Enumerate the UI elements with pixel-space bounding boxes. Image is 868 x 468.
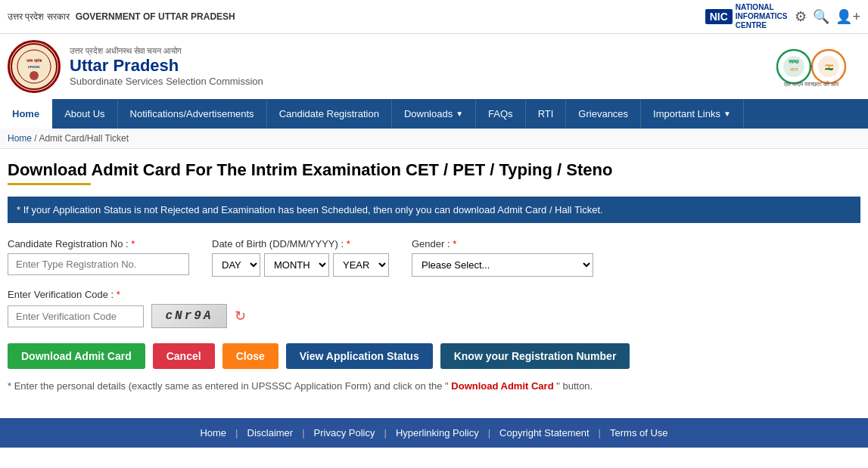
top-icons: ⚙ 🔍 👤+ [795, 8, 860, 25]
dob-day-select[interactable]: DAY [212, 253, 260, 277]
nav-about[interactable]: About Us [52, 99, 117, 129]
nav-home[interactable]: Home [0, 99, 52, 129]
top-bar: उत्तर प्रदेश सरकार GOVERNMENT OF UTTAR P… [0, 0, 868, 34]
dob-year-select[interactable]: YEAR [333, 253, 389, 277]
footer-privacy[interactable]: Privacy Policy [305, 427, 384, 439]
title-underline [8, 183, 91, 185]
nic-logo: NIC NATIONAL INFORMATICS CENTRE [705, 3, 788, 30]
org-logo: उत्तर प्रदेश UPSSSC [8, 40, 61, 93]
breadcrumb-home[interactable]: Home [8, 133, 32, 144]
header-left: उत्तर प्रदेश UPSSSC उत्तर प्रदेश अधीनस्थ… [8, 40, 263, 93]
org-name: Uttar Pradesh [70, 56, 263, 76]
registration-input[interactable] [8, 253, 189, 275]
nav-faqs[interactable]: FAQs [476, 99, 526, 129]
captcha-row: cNr9A ↻ [8, 304, 860, 328]
nav-candidate-registration[interactable]: Candidate Registration [267, 99, 392, 129]
note-button-name: Download Admit Card [451, 380, 553, 392]
breadcrumb: Home / Admit Card/Hall Ticket [0, 129, 868, 149]
top-bar-right: NIC NATIONAL INFORMATICS CENTRE ⚙ 🔍 👤+ [705, 3, 860, 30]
verification-req-star: * [117, 289, 120, 300]
verification-group: Enter Verification Code : * cNr9A ↻ [8, 289, 860, 328]
org-hindi-name: उत्तर प्रदेश अधीनस्थ सेवा चयन आयोग [70, 46, 263, 56]
registration-group: Candidate Registration No : * [8, 238, 189, 275]
nav-downloads[interactable]: Downloads ▼ [392, 99, 476, 129]
svg-text:स्वच्छ: स्वच्छ [788, 59, 799, 64]
download-admit-card-button[interactable]: Download Admit Card [8, 343, 145, 369]
dob-month-select[interactable]: MONTH [264, 253, 329, 277]
svg-text:🇮🇳: 🇮🇳 [825, 63, 834, 72]
nic-abbreviation: NIC [705, 9, 733, 24]
nic-full-name: NATIONAL INFORMATICS CENTRE [736, 3, 788, 30]
captcha-image: cNr9A [151, 304, 227, 328]
nav-important-links[interactable]: Important Links ▼ [641, 99, 744, 129]
header-right: स्वच्छ भारत 🇮🇳 एक कदम स्वच्छता की ओर [762, 42, 860, 91]
add-user-icon[interactable]: 👤+ [835, 8, 860, 25]
close-button[interactable]: Close [222, 343, 278, 369]
button-row: Download Admit Card Cancel Close View Ap… [8, 343, 860, 369]
breadcrumb-current: Admit Card/Hall Ticket [39, 133, 129, 144]
req-star: * [131, 238, 135, 249]
svg-text:उत्तर प्रदेश: उत्तर प्रदेश [26, 58, 42, 64]
top-bar-left: उत्तर प्रदेश सरकार GOVERNMENT OF UTTAR P… [8, 11, 235, 22]
nav-rti[interactable]: RTI [526, 99, 567, 129]
header-text: उत्तर प्रदेश अधीनस्थ सेवा चयन आयोग Uttar… [70, 46, 263, 87]
footer-terms[interactable]: Terms of Use [601, 427, 677, 439]
footer-copyright[interactable]: Copyright Statement [490, 427, 599, 439]
gender-group: Gender : * Please Select... Male Female … [412, 238, 593, 277]
swachh-bharat-logo: स्वच्छ भारत 🇮🇳 एक कदम स्वच्छता की ओर [762, 42, 860, 91]
cancel-button[interactable]: Cancel [153, 343, 215, 369]
nav-grievances[interactable]: Grievances [566, 99, 641, 129]
info-banner: * If your Application Status is not Reje… [8, 197, 860, 223]
reg-label: Candidate Registration No : * [8, 238, 189, 249]
dob-req-star: * [347, 238, 350, 249]
form-row-1: Candidate Registration No : * Date of Bi… [8, 238, 860, 277]
info-note: * Enter the personal details (exactly sa… [8, 380, 860, 392]
footer-hyperlinking[interactable]: Hyperlinking Policy [387, 427, 488, 439]
footer-links: Home | Disclaimer | Privacy Policy | Hyp… [9, 427, 859, 439]
svg-text:UPSSSC: UPSSSC [28, 65, 41, 69]
view-status-button[interactable]: View Application Status [286, 343, 433, 369]
important-links-caret: ▼ [723, 110, 731, 118]
header: उत्तर प्रदेश UPSSSC उत्तर प्रदेश अधीनस्थ… [0, 34, 868, 99]
gender-label: Gender : * [412, 238, 593, 249]
svg-point-4 [30, 71, 39, 80]
hindi-gov-text: उत्तर प्रदेश सरकार [8, 11, 70, 22]
nav-notifications[interactable]: Notifications/Advertisements [118, 99, 267, 129]
footer-home[interactable]: Home [191, 427, 235, 439]
svg-text:एक कदम स्वच्छता की ओर: एक कदम स्वच्छता की ओर [783, 80, 840, 88]
downloads-caret: ▼ [456, 110, 463, 118]
gender-req-star: * [453, 238, 456, 249]
verification-input[interactable] [8, 305, 144, 327]
footer-disclaimer[interactable]: Disclaimer [238, 427, 303, 439]
gear-icon[interactable]: ⚙ [795, 8, 807, 25]
refresh-captcha-icon[interactable]: ↻ [235, 308, 246, 324]
svg-text:भारत: भारत [790, 67, 798, 72]
page-title: Download Admit Card For The Intrim Exami… [8, 160, 860, 180]
verification-label: Enter Verification Code : * [8, 289, 860, 300]
dob-selects: DAY MONTH YEAR [212, 253, 389, 277]
dob-group: Date of Birth (DD/MM/YYYY) : * DAY MONTH… [212, 238, 389, 277]
main-content: Download Admit Card For The Intrim Exami… [0, 149, 868, 411]
dob-label: Date of Birth (DD/MM/YYYY) : * [212, 238, 389, 249]
user-icon[interactable]: 🔍 [813, 8, 829, 25]
org-subtitle: Subordinate Services Selection Commissio… [70, 76, 263, 87]
know-registration-button[interactable]: Know your Registration Number [440, 343, 630, 369]
gender-select[interactable]: Please Select... Male Female Other [412, 253, 593, 277]
eng-gov-text: GOVERNMENT OF UTTAR PRADESH [76, 11, 235, 22]
footer: Home | Disclaimer | Privacy Policy | Hyp… [0, 418, 868, 448]
main-nav: Home About Us Notifications/Advertisemen… [0, 99, 868, 129]
